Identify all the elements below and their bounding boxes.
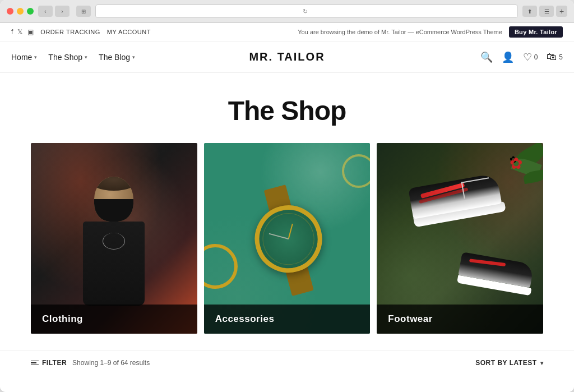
shop-chevron-icon: ▾: [85, 54, 87, 60]
filter-left: FILTER Showing 1–9 of 64 results: [31, 359, 150, 367]
person-head: [94, 177, 133, 222]
close-traffic-light[interactable]: [7, 8, 13, 15]
facebook-icon[interactable]: f: [11, 28, 13, 36]
cart-button[interactable]: 🛍 5: [547, 51, 563, 63]
cart-icon: 🛍: [547, 51, 557, 63]
flower-decoration: ✿: [510, 154, 526, 171]
maximize-traffic-light[interactable]: [27, 8, 34, 15]
shop-header: The Shop: [0, 73, 574, 143]
top-info-bar: f 𝕏 ▣ ORDER TRACKING MY ACCOUNT You are …: [0, 23, 574, 41]
sneaker-second: [457, 252, 534, 295]
sort-label: SORT BY LATEST: [475, 359, 536, 367]
category-card-footwear[interactable]: ✿ Footwear: [377, 143, 543, 334]
new-tab-button[interactable]: +: [556, 6, 567, 17]
search-icon: 🔍: [480, 51, 493, 63]
category-card-accessories[interactable]: Accessories: [204, 143, 371, 334]
tab-grid-button[interactable]: ⊞: [76, 6, 91, 17]
footwear-label: Footwear: [377, 305, 543, 334]
my-account-link[interactable]: MY ACCOUNT: [107, 29, 151, 35]
share-button[interactable]: ⬆: [522, 6, 537, 17]
filter-icon: [31, 361, 39, 366]
site-logo[interactable]: MR. TAILOR: [249, 50, 325, 63]
nav-item-blog[interactable]: The Blog ▾: [99, 53, 135, 62]
account-button[interactable]: 👤: [502, 51, 514, 63]
top-info-right: You are browsing the demo of Mr. Tailor …: [298, 26, 563, 38]
browser-window: ‹ › ⊞ ↻ ⬆ ☰ + f 𝕏 ▣ ORDER TRAC: [0, 0, 574, 392]
clothing-label: Clothing: [31, 305, 197, 334]
buy-button[interactable]: Buy Mr. Tailor: [509, 26, 563, 38]
demo-notice-text: You are browsing the demo of Mr. Tailor …: [298, 29, 502, 35]
page-title: The Shop: [11, 95, 563, 126]
watch-hour-hand: [288, 224, 293, 239]
instagram-icon[interactable]: ▣: [27, 28, 34, 36]
back-button[interactable]: ‹: [38, 6, 53, 17]
page-content: f 𝕏 ▣ ORDER TRACKING MY ACCOUNT You are …: [0, 23, 574, 392]
person-chain: [103, 233, 125, 250]
nav-item-shop[interactable]: The Shop ▾: [48, 53, 87, 62]
heart-icon: ♡: [523, 51, 532, 63]
minimize-traffic-light[interactable]: [17, 8, 24, 15]
nav-home-label: Home: [11, 53, 32, 62]
accessories-label: Accessories: [204, 305, 371, 334]
social-icons: f 𝕏 ▣: [11, 28, 34, 36]
nav-blog-label: The Blog: [99, 53, 130, 62]
nav-shop-label: The Shop: [48, 53, 82, 62]
browser-toolbar-right: ⬆ ☰ +: [522, 6, 567, 17]
person-illustration: [69, 177, 159, 300]
search-button[interactable]: 🔍: [480, 51, 493, 63]
cart-count: 5: [559, 53, 563, 61]
person-body: [83, 222, 145, 306]
sneaker-second-stripe: [469, 259, 506, 266]
browser-chrome: ‹ › ⊞ ↻ ⬆ ☰ +: [0, 0, 574, 23]
main-nav: Home ▾ The Shop ▾ The Blog ▾ MR. TAILOR …: [0, 41, 574, 73]
browser-nav-buttons: ‹ ›: [38, 6, 70, 17]
watch-face: [247, 198, 330, 280]
twitter-icon[interactable]: 𝕏: [17, 28, 23, 36]
home-chevron-icon: ▾: [34, 54, 37, 60]
category-card-clothing[interactable]: Clothing: [31, 143, 197, 334]
watch-minute-hand: [269, 233, 289, 239]
plant-decoration: ✿: [498, 143, 543, 210]
account-icon: 👤: [502, 51, 514, 63]
browser-title-bar: ‹ › ⊞ ↻ ⬆ ☰ +: [0, 0, 574, 22]
sort-chevron-icon: ▾: [540, 360, 544, 366]
sort-button[interactable]: SORT BY LATEST ▾: [475, 359, 543, 367]
person-mask: [94, 199, 133, 222]
filter-button[interactable]: FILTER: [31, 359, 67, 367]
wishlist-count: 0: [534, 53, 538, 61]
top-info-left: f 𝕏 ▣ ORDER TRACKING MY ACCOUNT: [11, 28, 151, 36]
nav-left: Home ▾ The Shop ▾ The Blog ▾: [11, 53, 287, 62]
filter-label: FILTER: [42, 359, 67, 367]
watch-illustration: [239, 178, 335, 289]
traffic-lights: [7, 8, 34, 15]
filter-bar: FILTER Showing 1–9 of 64 results SORT BY…: [0, 351, 574, 375]
nav-right: 🔍 👤 ♡ 0 🛍 5: [287, 51, 563, 63]
order-tracking-link[interactable]: ORDER TRACKING: [40, 29, 100, 35]
forward-button[interactable]: ›: [55, 6, 70, 17]
sidebar-button[interactable]: ☰: [539, 6, 554, 17]
category-grid: Clothing Accessories: [0, 143, 574, 351]
sneaker-main: [408, 173, 503, 228]
reload-icon: ↻: [303, 8, 308, 15]
address-bar[interactable]: ↻: [95, 4, 518, 18]
watch-decoration-left: [204, 244, 238, 289]
watch-decoration-right: [342, 154, 370, 188]
blog-chevron-icon: ▾: [132, 54, 135, 60]
sneaker-laces: [461, 177, 491, 199]
nav-item-home[interactable]: Home ▾: [11, 53, 37, 62]
wishlist-button[interactable]: ♡ 0: [523, 51, 538, 63]
results-count: Showing 1–9 of 64 results: [72, 359, 150, 367]
